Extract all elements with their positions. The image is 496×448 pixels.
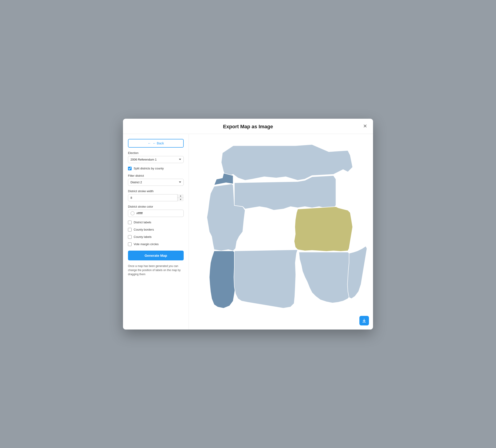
- export-modal: Export Map as Image ✕ ← ← Back Election …: [123, 119, 373, 330]
- map-region-yellow: [294, 207, 353, 251]
- filter-district-label: Filter district: [128, 174, 184, 177]
- map-region-top: [221, 144, 353, 180]
- county-borders-checkbox[interactable]: [128, 228, 132, 231]
- stroke-width-label: District stroke width: [128, 190, 184, 193]
- modal-header: Export Map as Image ✕: [123, 119, 373, 134]
- vote-margin-checkbox[interactable]: [128, 242, 132, 246]
- download-button[interactable]: [359, 316, 369, 325]
- map-region-bottom-left: [209, 251, 236, 308]
- stroke-width-spinners: ▲ ▼: [177, 194, 184, 201]
- download-icon: [362, 318, 366, 323]
- vote-margin-row: Vote margin circles: [128, 242, 184, 246]
- county-labels-row: County labels: [128, 235, 184, 239]
- stroke-color-wrapper[interactable]: [128, 210, 184, 217]
- generate-map-button[interactable]: Generate Map: [128, 251, 184, 260]
- filter-district-select[interactable]: District 1 District 2 District 3: [128, 179, 184, 186]
- back-arrow-icon: ←: [148, 142, 151, 145]
- stroke-width-increment[interactable]: ▲: [178, 194, 184, 198]
- map-svg: [193, 139, 369, 325]
- stroke-width-decrement[interactable]: ▼: [178, 198, 184, 201]
- stroke-width-input[interactable]: [128, 194, 184, 201]
- close-button[interactable]: ✕: [362, 123, 368, 130]
- filter-district-group: Filter district District 1 District 2 Di…: [128, 174, 184, 186]
- sidebar: ← ← Back Election 2006 Referendum 1 2004…: [123, 134, 189, 330]
- map-region-right-edge: [347, 246, 367, 299]
- close-icon: ✕: [363, 123, 367, 129]
- stroke-color-swatch: [130, 211, 135, 215]
- election-group: Election 2006 Referendum 1 2004 Presiden…: [128, 151, 184, 163]
- county-labels-checkbox[interactable]: [128, 235, 132, 239]
- map-region-bottom-right: [299, 252, 353, 303]
- stroke-color-input[interactable]: [136, 211, 181, 215]
- stroke-color-group: District stroke color: [128, 205, 184, 217]
- modal-body: ← ← Back Election 2006 Referendum 1 2004…: [123, 134, 373, 330]
- hint-text: Once a map has been generated you can ch…: [128, 264, 184, 276]
- vote-margin-label[interactable]: Vote margin circles: [134, 242, 159, 246]
- split-districts-row: Split districts by county: [128, 167, 184, 170]
- district-labels-label[interactable]: District labels: [134, 221, 151, 224]
- back-button[interactable]: ← ← Back: [128, 139, 184, 148]
- election-select[interactable]: 2006 Referendum 1 2004 President 2008 Pr…: [128, 156, 184, 163]
- map-region-bottom-center: [234, 249, 298, 308]
- stroke-width-group: District stroke width ▲ ▼: [128, 190, 184, 201]
- election-label: Election: [128, 151, 184, 155]
- map-region-left-mid: [214, 173, 233, 185]
- split-districts-label[interactable]: Split districts by county: [134, 167, 164, 170]
- stroke-color-label: District stroke color: [128, 205, 184, 208]
- back-label: ← Back: [153, 142, 164, 145]
- modal-title: Export Map as Image: [223, 124, 273, 130]
- county-borders-label[interactable]: County borders: [134, 228, 154, 231]
- map-area: [189, 134, 373, 330]
- map-region-center-top: [234, 175, 336, 211]
- split-districts-checkbox[interactable]: [128, 167, 132, 170]
- district-labels-checkbox[interactable]: [128, 221, 132, 224]
- county-labels-label[interactable]: County labels: [134, 235, 152, 239]
- stroke-width-wrapper: ▲ ▼: [128, 194, 184, 201]
- district-labels-row: District labels: [128, 221, 184, 224]
- county-borders-row: County borders: [128, 228, 184, 231]
